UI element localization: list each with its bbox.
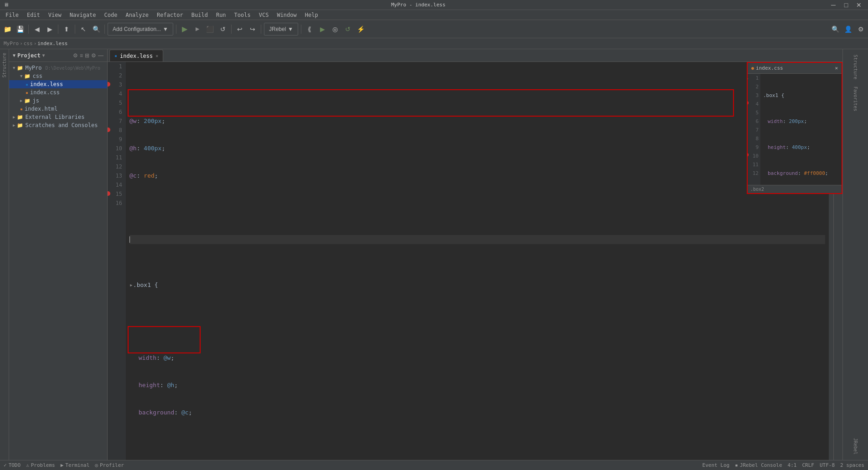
close-button[interactable]: ✕ bbox=[853, 0, 864, 10]
toolbar-run2-btn[interactable]: ▶ bbox=[192, 24, 203, 35]
tab-indexless[interactable]: ▪ index.less ✕ bbox=[109, 50, 163, 61]
toolbar-cursor-btn[interactable]: ↖ bbox=[78, 24, 89, 35]
structure-strip-label[interactable]: Structure bbox=[0, 49, 9, 81]
todo-item[interactable]: ✓ TODO bbox=[4, 462, 21, 468]
toolbar-forward-btn[interactable]: ▶ bbox=[44, 24, 55, 35]
toolbar-power-btn[interactable]: ⚡ bbox=[355, 24, 366, 35]
window-controls[interactable]: ─ □ ✕ bbox=[828, 0, 864, 10]
css-tab-close[interactable]: ✕ bbox=[835, 65, 838, 71]
tree-item-indexless[interactable]: ▪ index.less bbox=[9, 80, 107, 88]
folder-icon-css: 📁 bbox=[24, 73, 31, 79]
breadcrumb-mypro[interactable]: MyPro bbox=[4, 41, 19, 46]
highlight-box-box1 bbox=[128, 326, 201, 353]
toolbar-open-btn[interactable]: 📁 bbox=[2, 24, 13, 35]
tree-arrow-scratches[interactable]: ▶ bbox=[13, 123, 15, 128]
run-button[interactable]: ▶ bbox=[179, 24, 190, 35]
menu-navigate[interactable]: Navigate bbox=[66, 11, 100, 19]
breadcrumb-sep2: › bbox=[34, 41, 37, 46]
panel-expand-btn[interactable]: ⊞ bbox=[85, 52, 89, 59]
toolbar-vcs-btn[interactable]: ⬆ bbox=[61, 24, 72, 35]
encoding-item[interactable]: UTF-8 bbox=[820, 462, 835, 468]
tree-arrow-js[interactable]: ▶ bbox=[20, 98, 22, 103]
line-ending-item[interactable]: CRLF bbox=[802, 462, 814, 468]
tree-arrow-ext[interactable]: ▶ bbox=[13, 115, 15, 119]
toolbar-gear-btn[interactable]: ⚙ bbox=[855, 24, 866, 35]
far-right-panel: Structure Favorites JRebel bbox=[842, 49, 868, 460]
menu-help[interactable]: Help bbox=[301, 11, 322, 19]
tree-arrow-css[interactable]: ▼ bbox=[20, 74, 22, 78]
less-code-lines[interactable]: @w: 200px; @h: 400px; @c: red; bbox=[126, 62, 829, 460]
menu-refactor[interactable]: Refactor bbox=[153, 11, 187, 19]
menu-tools[interactable]: Tools bbox=[231, 11, 254, 19]
tree-label-js: js bbox=[32, 97, 39, 104]
toolbar-stop-btn[interactable]: ⬛ bbox=[205, 24, 216, 35]
tree-item-root[interactable]: ▼ 📁 MyPro D:\Develop\Web\MyPro bbox=[9, 64, 107, 72]
status-bar: ✓ TODO ⚠ Problems ▶ Terminal ◎ Profiler … bbox=[0, 460, 868, 470]
toolbar-profile-btn[interactable]: ⟪ bbox=[304, 24, 315, 35]
jrebel-config-button[interactable]: JRebel ▼ bbox=[264, 23, 298, 36]
jrebel-side-label[interactable]: JRebel bbox=[851, 436, 860, 456]
minimize-button[interactable]: ─ bbox=[828, 0, 839, 10]
toolbar-save-btn[interactable]: 💾 bbox=[15, 24, 26, 35]
structure-label[interactable]: Structure bbox=[851, 53, 860, 81]
tree-arrow-root[interactable]: ▼ bbox=[13, 66, 15, 70]
toolbar-rerun-btn[interactable]: ↺ bbox=[217, 24, 228, 35]
tree-item-ext-libs[interactable]: ▶ 📁 External Libraries bbox=[9, 113, 107, 121]
tree-item-js-folder[interactable]: ▶ 📁 js bbox=[9, 97, 107, 105]
add-configuration-button[interactable]: Add Configuration... ▼ bbox=[108, 23, 173, 36]
toolbar-search-btn[interactable]: 🔍 bbox=[91, 24, 102, 35]
menu-view[interactable]: View bbox=[45, 11, 65, 19]
jrebel-console-item[interactable]: ▪ JRebel Console bbox=[735, 462, 782, 468]
panel-collapse-icon[interactable]: ▼ bbox=[13, 53, 16, 58]
panel-hide-btn[interactable]: — bbox=[98, 52, 103, 59]
breadcrumb-indexless[interactable]: index.less bbox=[37, 41, 67, 46]
tree-item-indexcss[interactable]: ▪ index.css bbox=[9, 88, 107, 97]
event-log-item[interactable]: Event Log bbox=[703, 462, 730, 468]
menu-analyze[interactable]: Analyze bbox=[122, 11, 152, 19]
css-ok-1: ✓ bbox=[748, 75, 749, 84]
maximize-button[interactable]: □ bbox=[841, 0, 852, 10]
profiler-item[interactable]: ◎ Profiler bbox=[95, 462, 124, 468]
gutter-line-10: 10 bbox=[109, 144, 122, 153]
toolbar-search-everywhere-btn[interactable]: 🔍 bbox=[830, 24, 841, 35]
problems-item[interactable]: ⚠ Problems bbox=[26, 462, 55, 468]
menu-file[interactable]: File bbox=[2, 11, 22, 19]
css-code-lines[interactable]: .box1 { width: 200px; height: 400px; bac… bbox=[760, 74, 842, 185]
menu-vcs[interactable]: VCS bbox=[255, 11, 273, 19]
panel-gear-btn[interactable]: ⚙ bbox=[91, 52, 96, 59]
toolbar-undo-btn[interactable]: ↩ bbox=[234, 24, 245, 35]
tab-less-close[interactable]: ✕ bbox=[155, 53, 158, 58]
tree-item-indexhtml[interactable]: ▪ index.html bbox=[9, 105, 107, 113]
panel-sort-btn[interactable]: ≡ bbox=[80, 52, 83, 59]
toolbar-back-btn[interactable]: ◀ bbox=[31, 24, 42, 35]
breadcrumb-css[interactable]: css bbox=[24, 41, 33, 46]
toolbar-coverage-btn[interactable]: ◎ bbox=[330, 24, 341, 35]
css-code-content[interactable]: ✓ 1 2 3 4 5 6 7 8 9 bbox=[748, 74, 842, 185]
highlight-box-vars bbox=[128, 89, 734, 117]
toolbar-user-btn[interactable]: 👤 bbox=[842, 24, 853, 35]
menu-code[interactable]: Code bbox=[101, 11, 121, 19]
toolbar-redo-btn[interactable]: ↪ bbox=[247, 24, 258, 35]
cursor bbox=[129, 236, 130, 243]
file-icon-less: ▪ bbox=[26, 82, 28, 87]
gutter-line-9: 9 bbox=[109, 135, 122, 144]
less-line-1: @w: 200px; bbox=[129, 117, 825, 126]
toolbar-jrebel-run-btn[interactable]: ▶ bbox=[317, 24, 328, 35]
menu-window[interactable]: Window bbox=[273, 11, 300, 19]
position-item[interactable]: 4:1 bbox=[788, 462, 797, 468]
less-code-content[interactable]: 1 2 3 4 5 6 7 8 9 bbox=[108, 62, 833, 460]
menu-build[interactable]: Build bbox=[188, 11, 212, 19]
panel-dropdown-icon[interactable]: ▼ bbox=[42, 53, 45, 58]
tree-item-scratches[interactable]: ▶ 📁 Scratches and Consoles bbox=[9, 121, 107, 129]
css-tab[interactable]: ● index.css ✕ bbox=[748, 63, 842, 74]
indent-item[interactable]: 2 spaces bbox=[840, 462, 864, 468]
toolbar-reload-btn[interactable]: ↺ bbox=[342, 24, 353, 35]
panel-sync-btn[interactable]: ⚙ bbox=[73, 52, 78, 59]
menu-run[interactable]: Run bbox=[212, 11, 230, 19]
terminal-item[interactable]: ▶ Terminal bbox=[61, 462, 90, 468]
favorites-label[interactable]: Favorites bbox=[851, 85, 860, 113]
menu-edit[interactable]: Edit bbox=[23, 11, 44, 19]
less-editor[interactable]: 1 2 3 4 5 6 7 8 9 bbox=[108, 62, 833, 460]
tree-item-css-folder[interactable]: ▼ 📁 css bbox=[9, 72, 107, 80]
editor-wrapper: 1 2 3 4 5 6 7 8 9 bbox=[108, 62, 842, 460]
